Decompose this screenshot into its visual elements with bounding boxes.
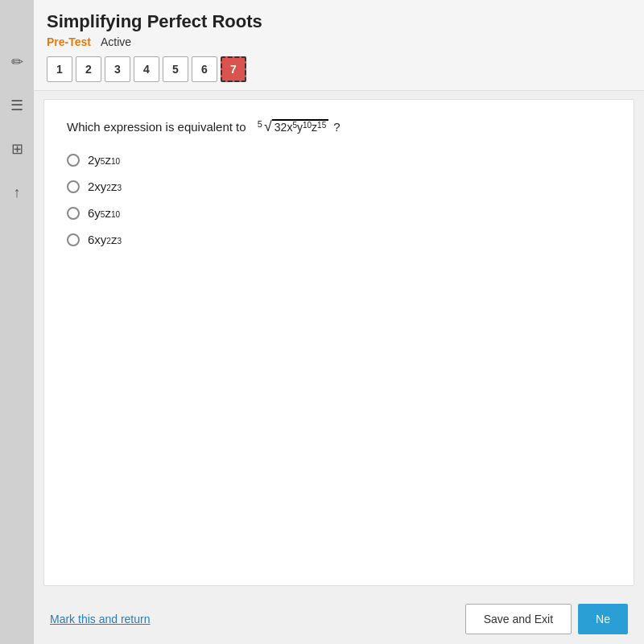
radical-wrapper: 5 √ 32x5y10z15 [258,119,328,134]
radio-c[interactable] [67,207,80,220]
next-button[interactable]: Ne [578,604,628,634]
sidebar: ✏ ☰ ⊞ ↑ [0,0,34,644]
option-d-label: 6xy2z3 [88,233,122,246]
question-nav: 1 2 3 4 5 6 7 [47,56,631,90]
question-text: Which expression is equivalent to 5 √ 32… [67,119,611,134]
pencil-icon[interactable]: ✏ [3,48,31,76]
arrow-icon[interactable]: ↑ [3,179,31,206]
mark-return-link[interactable]: Mark this and return [50,613,151,625]
option-d[interactable]: 6xy2z3 [67,233,611,246]
calculator-icon[interactable]: ⊞ [3,135,31,163]
radio-d[interactable] [67,233,80,246]
footer: Mark this and return Save and Exit Ne [34,594,644,644]
active-label: Active [101,35,131,48]
question-btn-2[interactable]: 2 [76,56,101,82]
option-a-label: 2y5z10 [88,153,120,167]
question-btn-6[interactable]: 6 [192,56,217,82]
question-mark: ? [333,120,340,134]
option-c-label: 6y5z10 [88,206,120,220]
math-expression: 5 √ 32x5y10z15 [258,119,328,134]
question-prompt: Which expression is equivalent to [67,120,246,134]
menu-icon[interactable]: ☰ [3,92,31,119]
main-content: Simplifying Perfect Roots Pre-Test Activ… [34,0,644,644]
question-btn-1[interactable]: 1 [47,56,72,82]
subtitle-row: Pre-Test Active [47,35,631,48]
options-list: 2y5z10 2xy2z3 6y5z10 6xy2z3 [67,153,611,246]
question-btn-3[interactable]: 3 [105,56,130,82]
option-a[interactable]: 2y5z10 [67,153,611,167]
radio-b[interactable] [67,180,80,193]
option-c[interactable]: 6y5z10 [67,206,611,220]
radio-a[interactable] [67,154,80,167]
question-area: Which expression is equivalent to 5 √ 32… [43,99,634,586]
header: Simplifying Perfect Roots Pre-Test Activ… [34,0,644,91]
radical-content: 32x5y10z15 [272,119,328,134]
pretest-label: Pre-Test [47,35,91,48]
question-btn-5[interactable]: 5 [163,56,188,82]
option-b[interactable]: 2xy2z3 [67,180,611,193]
save-exit-button[interactable]: Save and Exit [465,604,572,634]
question-btn-7[interactable]: 7 [221,56,246,82]
option-b-label: 2xy2z3 [88,180,122,193]
radical-symbol: √ [264,119,272,134]
question-btn-4[interactable]: 4 [134,56,159,82]
page-title: Simplifying Perfect Roots [47,11,631,32]
footer-right: Save and Exit Ne [465,604,628,634]
radical-index: 5 [258,119,262,129]
